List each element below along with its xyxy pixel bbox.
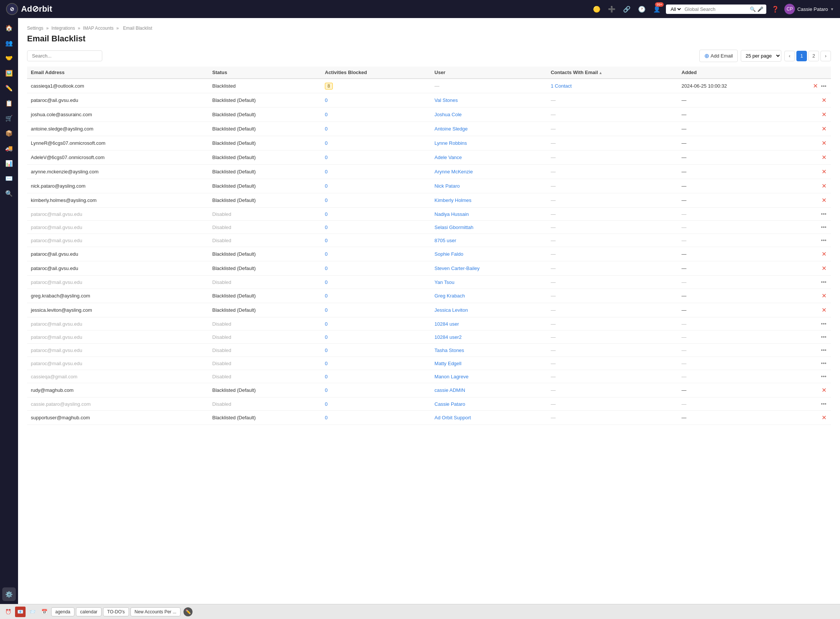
taskbar-mail-icon[interactable]: 📨	[27, 607, 38, 617]
user-link[interactable]: Greg Krabach	[435, 293, 465, 299]
user-link[interactable]: Sophie Faldo	[435, 251, 464, 257]
breadcrumb-settings[interactable]: Settings	[27, 26, 43, 31]
notifications-icon[interactable]: 👤 99+	[651, 3, 663, 15]
taskbar-email-icon[interactable]: 📧	[15, 607, 26, 617]
delete-button[interactable]: ✕	[821, 124, 827, 133]
more-options-button[interactable]: •••	[820, 82, 827, 90]
more-options-button[interactable]: •••	[820, 373, 827, 380]
sidebar-item-reports[interactable]: 📊	[2, 156, 16, 170]
delete-button[interactable]: ✕	[821, 139, 827, 147]
user-link[interactable]: 10284 user	[435, 321, 459, 327]
delete-button[interactable]: ✕	[821, 386, 827, 394]
activities-link[interactable]: 0	[325, 97, 328, 103]
col-email-address[interactable]: Email Address	[27, 67, 208, 79]
activities-link[interactable]: 0	[325, 140, 328, 146]
col-user[interactable]: User	[431, 67, 547, 79]
more-options-button[interactable]: •••	[820, 223, 827, 231]
activities-link[interactable]: 0	[325, 266, 328, 271]
activities-link[interactable]: 0	[325, 197, 328, 203]
delete-button[interactable]: ✕	[812, 82, 819, 90]
activities-badge[interactable]: 8	[325, 83, 333, 90]
link-icon[interactable]: 🔗	[621, 3, 633, 15]
add-email-button[interactable]: ⊕ Add Email	[699, 50, 738, 62]
user-link[interactable]: Steven Carter-Bailey	[435, 266, 480, 271]
delete-button[interactable]: ✕	[821, 291, 827, 300]
more-options-button[interactable]: •••	[820, 210, 827, 218]
taskbar-clock-icon[interactable]: ⏰	[3, 607, 14, 617]
sidebar-item-delivery[interactable]: 🚚	[2, 141, 16, 155]
sidebar-item-deals[interactable]: 🤝	[2, 51, 16, 65]
sidebar-item-cart[interactable]: 🛒	[2, 111, 16, 125]
global-search-input[interactable]	[684, 6, 748, 12]
per-page-select[interactable]: 25 per page	[741, 50, 781, 62]
app-logo[interactable]: ⊘ Ad⊘rbit	[6, 3, 52, 15]
activities-link[interactable]: 0	[325, 347, 328, 353]
more-options-button[interactable]: •••	[820, 400, 827, 408]
col-status[interactable]: Status	[208, 67, 321, 79]
sidebar-item-search[interactable]: 🔍	[2, 187, 16, 200]
taskbar-edit-button[interactable]: ✏️	[183, 607, 193, 616]
sidebar-item-email[interactable]: ✉️	[2, 171, 16, 185]
activities-link[interactable]: 0	[325, 126, 328, 132]
col-added[interactable]: Added	[678, 67, 831, 79]
sidebar-item-home[interactable]: 🏠	[2, 21, 16, 35]
more-options-button[interactable]: •••	[820, 237, 827, 244]
more-options-button[interactable]: •••	[820, 278, 827, 286]
activities-link[interactable]: 0	[325, 334, 328, 340]
sidebar-item-users[interactable]: 👥	[2, 36, 16, 50]
col-activities-blocked[interactable]: Activities Blocked	[321, 67, 431, 79]
more-options-button[interactable]: •••	[820, 360, 827, 367]
more-options-button[interactable]: •••	[820, 320, 827, 328]
taskbar-calendar-icon[interactable]: 📅	[39, 607, 50, 617]
activities-link[interactable]: 0	[325, 183, 328, 189]
delete-button[interactable]: ✕	[821, 250, 827, 258]
user-link[interactable]: Arynne McKenzie	[435, 169, 473, 174]
search-icon[interactable]: 🔍	[750, 6, 756, 12]
page-prev-button[interactable]: ‹	[784, 51, 795, 61]
col-contacts[interactable]: Contacts With Email▲	[547, 67, 678, 79]
user-link[interactable]: Selasi Gbormittah	[435, 225, 473, 230]
sidebar-item-media[interactable]: 🖼️	[2, 66, 16, 80]
search-input[interactable]	[27, 50, 102, 61]
taskbar-calendar-button[interactable]: calendar	[76, 607, 102, 616]
activities-link[interactable]: 0	[325, 387, 328, 393]
activities-link[interactable]: 0	[325, 415, 328, 420]
activities-link[interactable]: 0	[325, 155, 328, 160]
activities-link[interactable]: 0	[325, 293, 328, 299]
user-link[interactable]: Nadiya Hussain	[435, 211, 469, 217]
add-icon[interactable]: ➕	[606, 3, 618, 15]
user-link[interactable]: Matty Edgell	[435, 361, 462, 366]
help-icon[interactable]: ❓	[769, 3, 781, 15]
activities-link[interactable]: 0	[325, 321, 328, 327]
activities-link[interactable]: 0	[325, 361, 328, 366]
clock-icon[interactable]: 🕐	[636, 3, 648, 15]
activities-link[interactable]: 0	[325, 279, 328, 285]
user-link[interactable]: cassie ADMIN	[435, 387, 465, 393]
sidebar-item-orders[interactable]: 📋	[2, 96, 16, 110]
user-link[interactable]: Yan Tsou	[435, 279, 455, 285]
page-next-button[interactable]: ›	[820, 51, 831, 61]
user-link[interactable]: Lynne Robbins	[435, 140, 467, 146]
breadcrumb-integrations[interactable]: Integrations	[52, 26, 75, 31]
user-link[interactable]: Jessica Leviton	[435, 307, 468, 313]
user-link[interactable]: Tasha Stones	[435, 347, 464, 353]
taskbar-todos-button[interactable]: TO-DO's	[103, 607, 129, 616]
delete-button[interactable]: ✕	[821, 182, 827, 190]
breadcrumb-imap[interactable]: IMAP Accounts	[83, 26, 114, 31]
more-options-button[interactable]: •••	[820, 333, 827, 341]
search-filter-select[interactable]: All	[669, 6, 682, 12]
more-options-button[interactable]: •••	[820, 346, 827, 354]
sidebar-item-edit[interactable]: ✏️	[2, 81, 16, 95]
user-link[interactable]: Kimberly Holmes	[435, 197, 472, 203]
user-link[interactable]: Nick Pataro	[435, 183, 460, 189]
user-link[interactable]: Joshua Cole	[435, 112, 462, 117]
activities-link[interactable]: 0	[325, 238, 328, 243]
user-link[interactable]: 8705 user	[435, 238, 456, 243]
user-link[interactable]: Val Stones	[435, 97, 458, 103]
activity-icon[interactable]: 🟡	[591, 3, 603, 15]
user-link[interactable]: 10284 user2	[435, 334, 462, 340]
delete-button[interactable]: ✕	[821, 413, 827, 422]
activities-link[interactable]: 0	[325, 211, 328, 217]
sidebar-item-packages[interactable]: 📦	[2, 126, 16, 140]
delete-button[interactable]: ✕	[821, 167, 827, 176]
